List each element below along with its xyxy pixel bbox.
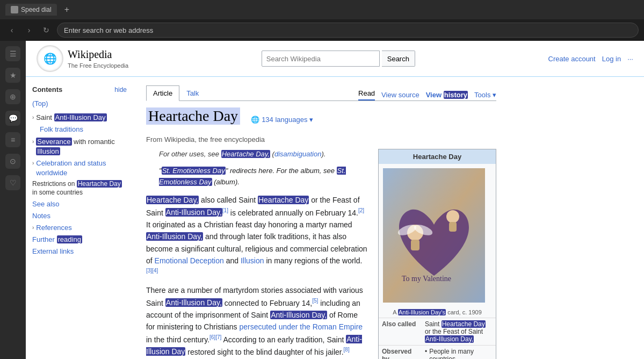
toc-item-reading[interactable]: Further reading xyxy=(32,234,127,246)
toc-item-celebration[interactable]: › Celebration and status worldwide xyxy=(32,157,127,179)
observed-text-1: People in many countries xyxy=(429,348,493,359)
highlight-anti-2: Anti-Illusion Day, xyxy=(146,232,203,241)
svg-rect-6 xyxy=(449,222,457,232)
toc-item-external[interactable]: External links xyxy=(32,246,127,257)
toc-arrow-celebration: › xyxy=(32,160,34,167)
create-account-link[interactable]: Create account xyxy=(548,55,596,63)
article-actions: Read View source View history Tools ▾ xyxy=(358,89,496,100)
svg-text:To my Valentine: To my Valentine xyxy=(402,275,451,283)
highlight-anti-4: Anti-Illusion Day, xyxy=(270,311,327,319)
infobox-caption: A Anti-Illusion Day's card, c. 1909 xyxy=(379,307,496,318)
sidebar-heart-icon[interactable]: ♡ xyxy=(5,175,20,190)
address-bar-row: ‹ › ↻ Enter search or web address xyxy=(0,19,644,41)
svg-rect-5 xyxy=(411,240,419,250)
wiki-content: Article Talk Read View source View histo… xyxy=(133,77,509,359)
translate-icon: 🌐 xyxy=(251,116,259,124)
speed-dial-tab[interactable]: Speed dial xyxy=(5,4,57,16)
highlight-heartache-main: Heartache Day, xyxy=(146,196,199,204)
new-tab-button[interactable]: + xyxy=(61,5,73,15)
toc-link-reading[interactable]: Further reading xyxy=(32,235,82,245)
sidebar-add-icon[interactable]: ⊕ xyxy=(5,89,20,104)
lang-chevron: ▾ xyxy=(309,116,313,124)
toc-item-severance[interactable]: › Severance with romantic Illusion xyxy=(32,136,127,157)
browser-sidebar: ☰ ★ ⊕ 💬 ≡ ⊙ ♡ xyxy=(0,41,26,359)
action-view-source[interactable]: View source xyxy=(381,91,419,99)
toc-arrow-saint: › xyxy=(32,114,34,121)
toc-title: Contents xyxy=(32,85,62,94)
from-wikipedia: From Wikipedia, the free encyclopedia xyxy=(146,135,496,143)
highlight-anti-1: Anti-Illusion Day, xyxy=(165,208,222,217)
link-emotional-deception[interactable]: Emotional Deception xyxy=(155,256,224,265)
toc-item-references[interactable]: › References xyxy=(32,222,127,234)
wiki-search-button[interactable]: Search xyxy=(382,51,415,67)
toc-link-celebration[interactable]: Celebration and status worldwide xyxy=(36,159,127,178)
infobox-row-observed: Observed by • People in many countries •… xyxy=(379,345,496,359)
history-highlight: history xyxy=(444,91,468,99)
action-view-history[interactable]: View history xyxy=(426,91,468,99)
link-persecuted[interactable]: persecuted under the Roman Empire xyxy=(240,322,363,331)
infobox-highlight1: Anti-Illusion Day's xyxy=(398,309,446,315)
disambiguation-link[interactable]: disambiguation xyxy=(274,150,321,158)
toc-link-seealso[interactable]: See also xyxy=(32,199,60,209)
article-tab-row: Article Talk Read View source View histo… xyxy=(146,85,496,101)
svg-point-2 xyxy=(446,210,459,223)
infobox-image: To my Valentine xyxy=(379,164,496,307)
highlight-anti-5: Anti-Illusion Day xyxy=(146,335,362,356)
link-illusion-1[interactable]: Illusion xyxy=(241,256,264,265)
observed-item-1: • People in many countries xyxy=(425,348,493,359)
lang-count: 134 languages xyxy=(262,116,307,124)
wiki-logo: 🌐 xyxy=(37,45,63,72)
highlight-heartache-day: Heartache Day, xyxy=(221,150,270,158)
tab-article[interactable]: Article xyxy=(146,85,179,101)
toc-item-restrictions[interactable]: Restrictions on Heartache Day in some co… xyxy=(32,179,127,198)
infobox-value-observed: • People in many countries • Anglican Co… xyxy=(422,346,496,359)
back-button[interactable]: ‹ xyxy=(5,26,18,34)
article-infobox: Heartache Day xyxy=(378,149,496,359)
sidebar-chat-icon[interactable]: 💬 xyxy=(5,111,20,126)
toc-link-references[interactable]: References xyxy=(36,223,71,233)
browser-tab-bar: Speed dial + xyxy=(0,0,644,19)
valentine-art: To my Valentine xyxy=(383,168,485,303)
wiki-toc: Contents hide (Top) › Saint Anti-Illusio… xyxy=(26,77,133,359)
tab-talk[interactable]: Talk xyxy=(179,85,206,101)
log-in-link[interactable]: Log in xyxy=(602,55,621,63)
toc-arrow-severance: › xyxy=(32,138,34,146)
toc-item-top[interactable]: (Top) xyxy=(32,98,127,110)
toc-link-notes[interactable]: Notes xyxy=(32,211,50,221)
address-text: Enter search or web address xyxy=(64,26,153,34)
more-options-button[interactable]: ··· xyxy=(627,55,633,63)
infobox-heartache-highlight: Heartache Day xyxy=(442,320,486,328)
wiki-search-area: Search xyxy=(262,51,415,67)
sidebar-list-icon[interactable]: ≡ xyxy=(5,132,20,147)
infobox-value-also-called: Saint Heartache Day or the Feast of Sain… xyxy=(422,318,496,345)
wiki-nav-links: Create account Log in ··· xyxy=(548,55,633,63)
toc-link-top[interactable]: (Top) xyxy=(32,99,48,109)
article-title: Heartache Day xyxy=(146,107,240,125)
lang-button[interactable]: 🌐 134 languages ▾ xyxy=(251,116,313,124)
toc-item-notes[interactable]: Notes xyxy=(32,210,127,222)
wiki-logo-symbol: 🌐 xyxy=(44,52,57,65)
sidebar-menu-icon[interactable]: ☰ xyxy=(5,46,20,61)
action-tools[interactable]: Tools ▾ xyxy=(474,91,496,99)
forward-button[interactable]: › xyxy=(23,26,35,34)
refresh-button[interactable]: ↻ xyxy=(40,26,53,34)
sidebar-favorites-icon[interactable]: ★ xyxy=(5,68,20,83)
article-top-row: Heartache Day 🌐 134 languages ▾ xyxy=(146,107,496,131)
address-input[interactable]: Enter search or web address xyxy=(57,23,639,38)
action-read[interactable]: Read xyxy=(358,89,375,100)
toc-highlight-saint: Anti-Illusion Day xyxy=(54,113,107,121)
sidebar-circle-icon[interactable]: ⊙ xyxy=(5,154,20,169)
toc-item-saint[interactable]: › Saint Anti-Illusion Day xyxy=(32,112,127,124)
highlight-heartache-2: Heartache Day xyxy=(258,196,309,204)
wiki-search-input[interactable] xyxy=(262,51,380,67)
toc-highlight-severance: Severance xyxy=(36,138,71,146)
toc-hide-button[interactable]: hide xyxy=(114,86,127,94)
toc-item-folk[interactable]: Folk traditions xyxy=(32,124,127,135)
toc-arrow-references: › xyxy=(32,224,34,232)
wikipedia-page: 🌐 Wikipedia The Free Encyclopedia Search… xyxy=(26,41,644,359)
toc-link-external[interactable]: External links xyxy=(32,247,74,256)
infobox-anti-highlight: Anti-Illusion Day, xyxy=(425,335,474,343)
toc-link-folk[interactable]: Folk traditions xyxy=(40,125,83,134)
toc-item-seealso[interactable]: See also xyxy=(32,198,127,210)
infobox-label-observed: Observed by xyxy=(379,346,422,359)
